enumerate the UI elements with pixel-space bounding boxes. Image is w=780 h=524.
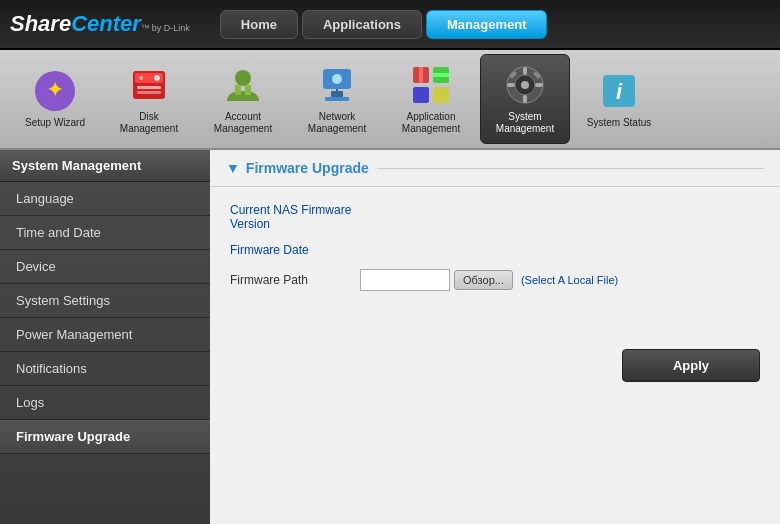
svg-point-6 bbox=[154, 75, 160, 81]
logo-center: Center bbox=[71, 11, 141, 37]
svg-rect-14 bbox=[325, 97, 349, 101]
sidebar-item-time-date[interactable]: Time and Date bbox=[0, 216, 210, 250]
sidebar-item-logs[interactable]: Logs bbox=[0, 386, 210, 420]
svg-point-24 bbox=[521, 81, 529, 89]
header: Share Center ™ by D-Link Home Applicatio… bbox=[0, 0, 780, 50]
disk-icon bbox=[127, 63, 171, 107]
select-local-text: (Select A Local File) bbox=[521, 274, 618, 286]
logo-bylink: by D-Link bbox=[152, 23, 190, 33]
icon-account-management[interactable]: Account Management bbox=[198, 54, 288, 144]
sidebar-item-power-management[interactable]: Power Management bbox=[0, 318, 210, 352]
nav-tabs: Home Applications Management bbox=[220, 10, 548, 39]
icon-network-management[interactable]: Network Management bbox=[292, 54, 382, 144]
system-label: System Management bbox=[487, 111, 563, 135]
firmware-date-row: Firmware Date bbox=[230, 243, 760, 257]
firmware-path-row: Firmware Path Обзор... (Select A Local F… bbox=[230, 269, 760, 291]
svg-rect-27 bbox=[507, 83, 515, 87]
network-icon bbox=[315, 63, 359, 107]
disk-label: Disk Management bbox=[110, 111, 188, 135]
svg-rect-28 bbox=[535, 83, 543, 87]
current-nas-label: Current NAS Firmware Version bbox=[230, 203, 360, 231]
logo-share: Share bbox=[10, 11, 71, 37]
firmware-version-row: Current NAS Firmware Version bbox=[230, 203, 760, 231]
icon-disk-management[interactable]: Disk Management bbox=[104, 54, 194, 144]
svg-text:i: i bbox=[616, 79, 623, 104]
svg-rect-21 bbox=[433, 73, 449, 77]
wizard-label: Setup Wizard bbox=[25, 117, 85, 129]
svg-text:✦: ✦ bbox=[46, 77, 64, 102]
svg-rect-13 bbox=[331, 91, 343, 97]
svg-rect-5 bbox=[137, 91, 161, 94]
apply-button[interactable]: Apply bbox=[622, 349, 760, 382]
icon-application-management[interactable]: Application Management bbox=[386, 54, 476, 144]
content-panel: ▼ Firmware Upgrade Current NAS Firmware … bbox=[210, 150, 780, 524]
sidebar-item-device[interactable]: Device bbox=[0, 250, 210, 284]
svg-point-12 bbox=[332, 74, 342, 84]
application-label: Application Management bbox=[392, 111, 470, 135]
sidebar-title: System Management bbox=[0, 150, 210, 182]
system-icon bbox=[503, 63, 547, 107]
icon-bar: ✦ Setup Wizard Disk Management bbox=[0, 50, 780, 150]
sidebar: System Management Language Time and Date… bbox=[0, 150, 210, 524]
section-divider bbox=[377, 168, 764, 169]
logo: Share Center ™ by D-Link bbox=[10, 11, 190, 37]
application-icon bbox=[409, 63, 453, 107]
nav-tab-applications[interactable]: Applications bbox=[302, 10, 422, 39]
status-label: System Status bbox=[587, 117, 651, 129]
wizard-icon: ✦ bbox=[33, 69, 77, 113]
nav-tab-management[interactable]: Management bbox=[426, 10, 547, 39]
nav-tab-home[interactable]: Home bbox=[220, 10, 298, 39]
svg-rect-26 bbox=[523, 95, 527, 103]
icon-system-status[interactable]: i System Status bbox=[574, 54, 664, 144]
apply-row: Apply bbox=[210, 339, 780, 392]
account-label: Account Management bbox=[204, 111, 282, 135]
svg-point-7 bbox=[139, 76, 143, 80]
svg-rect-19 bbox=[433, 87, 449, 103]
svg-rect-18 bbox=[413, 87, 429, 103]
section-triangle-icon: ▼ bbox=[226, 160, 240, 176]
firmware-path-label: Firmware Path bbox=[230, 273, 360, 287]
network-label: Network Management bbox=[298, 111, 376, 135]
svg-rect-4 bbox=[137, 86, 161, 89]
status-icon: i bbox=[597, 69, 641, 113]
svg-point-8 bbox=[235, 70, 251, 86]
section-header: ▼ Firmware Upgrade bbox=[210, 150, 780, 187]
firmware-date-label: Firmware Date bbox=[230, 243, 360, 257]
sidebar-item-notifications[interactable]: Notifications bbox=[0, 352, 210, 386]
firmware-content: Current NAS Firmware Version Firmware Da… bbox=[210, 187, 780, 319]
account-icon bbox=[221, 63, 265, 107]
svg-rect-25 bbox=[523, 67, 527, 75]
sidebar-item-language[interactable]: Language bbox=[0, 182, 210, 216]
icon-system-management[interactable]: System Management bbox=[480, 54, 570, 144]
svg-rect-10 bbox=[245, 85, 251, 95]
svg-rect-9 bbox=[235, 85, 241, 95]
main-content: System Management Language Time and Date… bbox=[0, 150, 780, 524]
svg-rect-20 bbox=[419, 67, 423, 83]
icon-setup-wizard[interactable]: ✦ Setup Wizard bbox=[10, 54, 100, 144]
section-title: Firmware Upgrade bbox=[246, 160, 369, 176]
sidebar-item-system-settings[interactable]: System Settings bbox=[0, 284, 210, 318]
firmware-path-input[interactable] bbox=[360, 269, 450, 291]
browse-button[interactable]: Обзор... bbox=[454, 270, 513, 290]
sidebar-item-firmware-upgrade[interactable]: Firmware Upgrade bbox=[0, 420, 210, 454]
logo-tm: ™ bbox=[141, 23, 150, 33]
